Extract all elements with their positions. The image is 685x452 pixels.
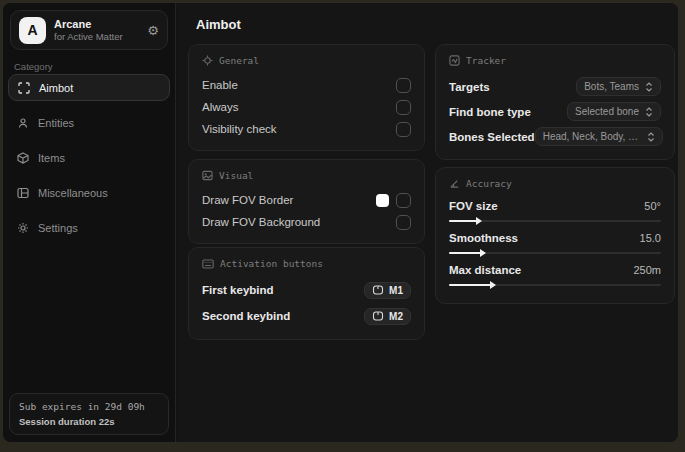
setting-row-bones-selected: Bones Selected Head, Neck, Body, Pe.. <box>449 124 661 149</box>
activation-card-title: Activation buttons <box>220 258 323 269</box>
setting-row-second-keybind: Second keybind M2 <box>202 303 411 329</box>
general-card: General Enable Always Visibility check <box>188 44 425 151</box>
sidebar-item-items[interactable]: Items <box>8 144 170 171</box>
visibility-check-checkbox[interactable] <box>396 122 411 137</box>
draw-fov-border-checkbox[interactable] <box>396 193 411 208</box>
setting-label: Visibility check <box>202 123 277 135</box>
slider-value: 250m <box>633 264 661 276</box>
angle-icon <box>449 178 460 189</box>
smoothness-slider[interactable] <box>449 252 661 254</box>
enable-checkbox[interactable] <box>396 78 411 93</box>
dropdown-value: Selected bone <box>575 106 639 117</box>
activation-card-header: Activation buttons <box>202 258 411 269</box>
max-distance-slider[interactable] <box>449 284 661 286</box>
sidebar-item-entities[interactable]: Entities <box>8 109 170 136</box>
setting-label: Draw FOV Background <box>202 216 320 228</box>
fov-border-color-swatch[interactable] <box>376 194 389 207</box>
mouse-icon <box>372 285 384 295</box>
person-icon <box>17 117 29 129</box>
slider-row-max-distance: Max distance 250m <box>449 261 661 286</box>
image-icon <box>202 170 213 181</box>
tracker-card-title: Tracker <box>466 55 506 66</box>
targets-dropdown[interactable]: Bots, Teams <box>576 77 661 96</box>
sidebar: A Arcane for Active Matter ⚙ Category Ai… <box>3 3 176 442</box>
slider-thumb[interactable] <box>490 281 496 289</box>
page-title: Aimbot <box>196 17 241 32</box>
sidebar-item-miscellaneous[interactable]: Miscellaneous <box>8 179 170 206</box>
bones-selected-dropdown[interactable]: Head, Neck, Body, Pe.. <box>535 127 663 146</box>
app-logo: A <box>19 17 46 44</box>
slider-value: 50° <box>644 200 661 212</box>
setting-row-targets: Targets Bots, Teams <box>449 74 661 99</box>
slider-row-smoothness: Smoothness 15.0 <box>449 229 661 254</box>
second-keybind-button[interactable]: M2 <box>364 308 411 325</box>
keybind-value: M1 <box>389 285 403 296</box>
general-card-title: General <box>219 55 259 66</box>
setting-row-draw-fov-background: Draw FOV Background <box>202 211 411 233</box>
sidebar-item-label: Entities <box>38 117 74 129</box>
session-duration-text: Session duration 22s <box>19 416 159 427</box>
slider-thumb[interactable] <box>480 249 486 257</box>
setting-label: Draw FOV Border <box>202 194 293 206</box>
app-window: A Arcane for Active Matter ⚙ Category Ai… <box>2 2 679 443</box>
sub-expires-text: Sub expires in 29d 09h <box>19 401 159 412</box>
sidebar-item-aimbot[interactable]: Aimbot <box>8 74 170 101</box>
dropdown-value: Bots, Teams <box>584 81 639 92</box>
mouse-icon <box>372 311 384 321</box>
setting-row-enable: Enable <box>202 74 411 96</box>
activation-card: Activation buttons First keybind M1 Seco… <box>188 247 425 340</box>
general-card-header: General <box>202 55 411 66</box>
slider-thumb[interactable] <box>476 217 482 225</box>
sidebar-item-label: Items <box>38 152 65 164</box>
category-label: Category <box>14 61 53 72</box>
draw-fov-background-checkbox[interactable] <box>396 215 411 230</box>
find-bone-type-dropdown[interactable]: Selected bone <box>567 102 661 121</box>
subscription-info: Sub expires in 29d 09h Session duration … <box>9 393 169 435</box>
accuracy-card-title: Accuracy <box>466 178 512 189</box>
visual-card: Visual Draw FOV Border Draw FOV Backgrou… <box>188 159 425 244</box>
sidebar-item-settings[interactable]: Settings <box>8 214 170 241</box>
app-name: Arcane <box>54 18 147 30</box>
setting-label: Find bone type <box>449 106 531 118</box>
visual-card-title: Visual <box>219 170 253 181</box>
fov-border-controls <box>376 193 411 208</box>
crosshair-icon <box>202 55 213 66</box>
keyboard-icon <box>202 259 214 269</box>
unfold-icon <box>647 132 655 142</box>
scan-crosshair-icon <box>18 82 30 94</box>
slider-fill <box>449 252 481 254</box>
sidebar-item-label: Aimbot <box>39 82 73 94</box>
setting-label: Always <box>202 101 238 113</box>
slider-fill <box>449 284 491 286</box>
setting-label: Second keybind <box>202 310 290 322</box>
keybind-value: M2 <box>389 311 403 322</box>
accuracy-card-header: Accuracy <box>449 178 661 189</box>
setting-label: Enable <box>202 79 238 91</box>
unfold-icon <box>645 82 653 92</box>
sidebar-item-label: Miscellaneous <box>38 187 108 199</box>
tracker-card: Tracker Targets Bots, Teams Find bone ty… <box>435 44 675 160</box>
accuracy-card: Accuracy FOV size 50° Smoothness 15.0 <box>435 167 675 304</box>
tracker-card-header: Tracker <box>449 55 661 66</box>
gear-icon <box>17 222 29 234</box>
setting-label: Targets <box>449 81 490 93</box>
slider-label: FOV size <box>449 200 498 212</box>
slider-row-fov-size: FOV size 50° <box>449 197 661 222</box>
app-subtitle: for Active Matter <box>54 31 147 42</box>
app-title-block: Arcane for Active Matter <box>54 18 147 42</box>
setting-row-first-keybind: First keybind M1 <box>202 277 411 303</box>
setting-label: First keybind <box>202 284 274 296</box>
slider-value: 15.0 <box>640 232 661 244</box>
always-checkbox[interactable] <box>396 100 411 115</box>
slider-label: Max distance <box>449 264 521 276</box>
fov-size-slider[interactable] <box>449 220 661 222</box>
app-header: A Arcane for Active Matter ⚙ <box>10 10 168 50</box>
gear-icon[interactable]: ⚙ <box>147 24 159 37</box>
setting-row-find-bone-type: Find bone type Selected bone <box>449 99 661 124</box>
slider-fill <box>449 220 477 222</box>
sidebar-item-label: Settings <box>38 222 78 234</box>
sidebar-nav: Aimbot Entities Items <box>8 74 170 243</box>
setting-row-always: Always <box>202 96 411 118</box>
first-keybind-button[interactable]: M1 <box>364 282 411 299</box>
visual-card-header: Visual <box>202 170 411 181</box>
